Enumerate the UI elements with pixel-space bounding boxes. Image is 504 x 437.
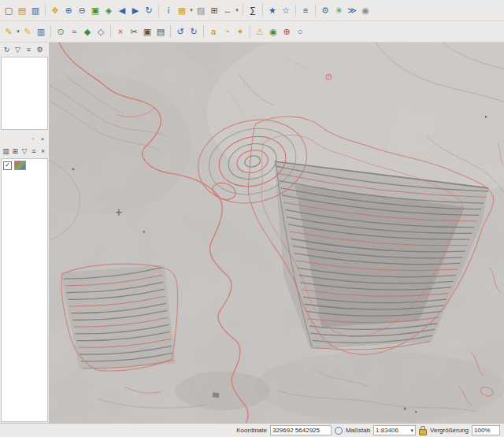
options-icon[interactable]: ◉ [359, 4, 372, 17]
toolbar-separator [243, 4, 243, 17]
layer-diagram-icon[interactable]: ◔ [220, 25, 233, 38]
left-dock: ↻▽≡⚙ ▫× ▥⊞▽≡× ✓ [0, 43, 50, 423]
project-open-icon[interactable]: ▤ [16, 4, 28, 17]
browser-collapse-all-icon[interactable]: ≡ [24, 45, 34, 55]
project-new-icon[interactable]: ▢ [2, 4, 15, 17]
current-edits-icon[interactable]: ✎ [2, 25, 15, 38]
open-attribute-table-icon[interactable]: ⊞ [208, 4, 220, 17]
coordinate-input[interactable] [270, 425, 332, 435]
new-bookmark-icon[interactable]: ★ [266, 4, 279, 17]
qgis-window: ▢▤▥❖⊕⊖▣◈◀▶↻i▦▾▨⊞↔▾∑★☆≡⚙✳≫◉ ✎▾✎▥⊙≈◆◇×✂▣▤↺… [0, 0, 504, 437]
layout-manager-icon[interactable]: ≡ [299, 4, 312, 17]
scale-value: 1:83406 [376, 427, 398, 434]
identify-features-icon[interactable]: i [162, 4, 175, 17]
toolbar-separator [295, 4, 296, 17]
zoom-next-icon[interactable]: ▶ [129, 4, 142, 17]
close-panel-button[interactable]: × [39, 135, 46, 143]
main-toolbar: ▢▤▥❖⊕⊖▣◈◀▶↻i▦▾▨⊞↔▾∑★☆≡⚙✳≫◉ [0, 0, 504, 21]
toolbar-separator [110, 25, 111, 38]
copy-features-icon[interactable]: ▣ [141, 25, 154, 38]
zoom-out-icon[interactable]: ⊖ [76, 4, 88, 17]
toolbar-separator [158, 4, 159, 17]
current-edits-icon-dropdown[interactable]: ▾ [16, 28, 20, 35]
layers-panel: ▫× ▥⊞▽≡× ✓ [0, 134, 49, 423]
map-canvas[interactable] [50, 43, 504, 423]
cut-features-icon[interactable]: ✂ [128, 25, 140, 38]
magnifier-label: Vergrößerung [430, 427, 469, 434]
toggle-editing-icon[interactable]: ✎ [21, 25, 34, 38]
digitizing-toolbar: ✎▾✎▥⊙≈◆◇×✂▣▤↺↻a◔✦⚠◉⊕○ [0, 21, 504, 43]
expand-all-icon[interactable]: ≡ [29, 146, 38, 157]
layers-panel-titlebar: ▫× [0, 134, 49, 144]
filter-legend-icon[interactable]: ▽ [20, 146, 29, 157]
toolbar-separator [250, 25, 250, 38]
statistical-summary-icon[interactable]: ∑ [246, 4, 259, 17]
remove-layer-icon[interactable]: × [39, 146, 47, 157]
layer-visibility-checkbox[interactable]: ✓ [3, 161, 12, 170]
zoom-to-selection-icon[interactable]: ◈ [102, 4, 115, 17]
toolbar-separator [262, 4, 263, 17]
save-layer-edits-icon[interactable]: ▥ [35, 25, 47, 38]
raster-layer-icon [14, 161, 26, 170]
lock-scale-icon[interactable] [419, 429, 427, 435]
select-features-icon[interactable]: ▦ [176, 4, 188, 17]
float-panel-button[interactable]: ▫ [29, 135, 37, 143]
log-messages-icon[interactable]: ⚠ [254, 25, 266, 38]
project-save-icon[interactable]: ▥ [29, 4, 42, 17]
vertex-tool-icon[interactable]: ◇ [94, 25, 107, 38]
layers-panel-body[interactable]: ✓ [1, 158, 48, 422]
metasearch-icon[interactable]: ○ [294, 25, 306, 38]
browser-properties-icon[interactable]: ⚙ [35, 45, 45, 55]
pan-map-icon[interactable]: ❖ [49, 4, 61, 17]
redo-icon[interactable]: ↻ [187, 25, 200, 38]
scale-label: Maßstab [346, 427, 370, 434]
show-bookmarks-icon[interactable]: ☆ [280, 4, 292, 17]
add-polygon-feature-icon[interactable]: ◆ [81, 25, 94, 38]
add-line-feature-icon[interactable]: ≈ [68, 25, 80, 38]
toolbar-separator [315, 4, 316, 17]
coordinate-capture-icon[interactable]: ⊕ [280, 25, 293, 38]
processing-toolbox-icon[interactable]: ✳ [332, 4, 345, 17]
add-point-feature-icon[interactable]: ⊙ [54, 25, 67, 38]
zoom-full-icon[interactable]: ▣ [89, 4, 102, 17]
layer-labeling-icon[interactable]: a [207, 25, 220, 38]
deselect-features-icon[interactable]: ▨ [195, 4, 207, 17]
browser-filter-icon[interactable]: ▽ [13, 45, 23, 55]
map-tips-icon[interactable]: ✦ [234, 25, 246, 38]
layer-item[interactable]: ✓ [2, 159, 47, 172]
toolbar-separator [170, 25, 171, 38]
layers-panel-toolbar: ▥⊞▽≡× [0, 144, 49, 158]
toolbar-separator [203, 25, 204, 38]
select-features-icon-dropdown[interactable]: ▾ [189, 7, 194, 13]
magnifier-input[interactable] [472, 425, 500, 435]
toolbar-separator [50, 25, 51, 38]
browser-panel: ↻▽≡⚙ [0, 43, 49, 131]
coordinate-label: Koordinate [236, 427, 267, 434]
osm-search-icon[interactable]: ◉ [267, 25, 280, 38]
browser-refresh-icon[interactable]: ↻ [2, 45, 12, 55]
layer-styling-icon[interactable]: ▥ [2, 146, 10, 157]
browser-panel-toolbar: ↻▽≡⚙ [0, 43, 49, 57]
zoom-in-icon[interactable]: ⊕ [62, 4, 75, 17]
zoom-last-icon[interactable]: ◀ [116, 4, 128, 17]
main-area: ↻▽≡⚙ ▫× ▥⊞▽≡× ✓ [0, 43, 504, 423]
undo-icon[interactable]: ↺ [174, 25, 187, 38]
hillshade-map [50, 43, 504, 423]
delete-selected-icon[interactable]: × [114, 25, 127, 38]
plugins-icon[interactable]: ⚙ [319, 4, 332, 17]
measure-line-icon-dropdown[interactable]: ▾ [235, 7, 239, 13]
measure-line-icon[interactable]: ↔ [221, 4, 234, 17]
toolbar-separator [45, 4, 46, 17]
chevron-down-icon: ▾ [411, 428, 414, 434]
paste-features-icon[interactable]: ▤ [154, 25, 167, 38]
add-group-icon[interactable]: ⊞ [11, 146, 20, 157]
browser-panel-body[interactable] [1, 57, 48, 130]
refresh-map-icon[interactable]: ↻ [143, 4, 155, 17]
extent-toggle-icon[interactable] [335, 427, 343, 435]
python-console-icon[interactable]: ≫ [346, 4, 358, 17]
scale-combobox[interactable]: 1:83406 ▾ [373, 425, 416, 435]
status-bar: Koordinate Maßstab 1:83406 ▾ Vergrößerun… [0, 423, 504, 437]
